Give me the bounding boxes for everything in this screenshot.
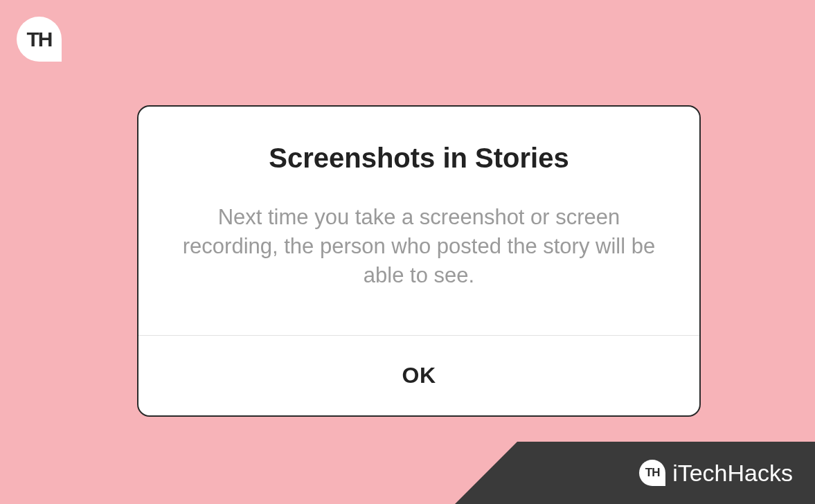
ok-button[interactable]: OK bbox=[402, 363, 436, 388]
watermark-brand-text: iTechHacks bbox=[672, 460, 793, 487]
logo-badge-top-left: TH bbox=[17, 17, 62, 62]
watermark-badge-icon: TH bbox=[639, 460, 665, 486]
dialog-message: Next time you take a screenshot or scree… bbox=[180, 203, 658, 290]
logo-text: TH bbox=[27, 28, 52, 51]
dialog-title: Screenshots in Stories bbox=[180, 143, 658, 174]
alert-dialog: Screenshots in Stories Next time you tak… bbox=[137, 105, 701, 417]
dialog-body: Screenshots in Stories Next time you tak… bbox=[138, 107, 699, 335]
watermark-ribbon: TH iTechHacks bbox=[517, 442, 815, 504]
dialog-footer: OK bbox=[138, 335, 699, 415]
watermark-badge-text: TH bbox=[645, 466, 660, 480]
